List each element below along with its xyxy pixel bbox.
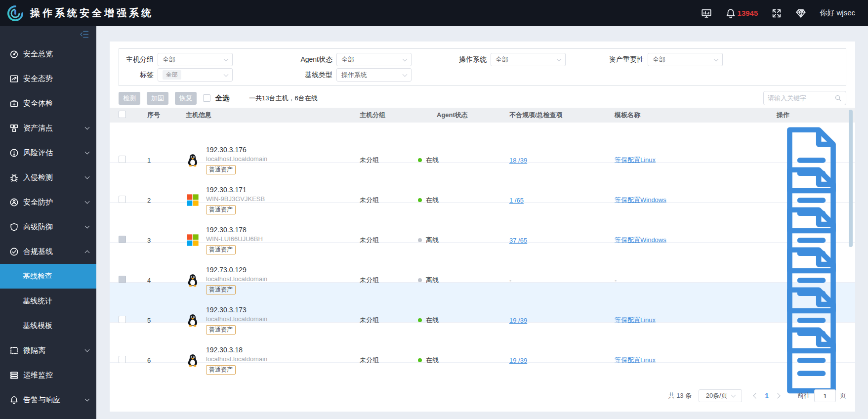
detect-button[interactable]: 检测 [119, 92, 140, 105]
page: { "header": { "title": "操作系统安全增强系统", "al… [0, 0, 868, 419]
agent-status: 在线 [426, 316, 439, 325]
filter-select[interactable]: 全部 [158, 68, 233, 82]
risk-icon [9, 148, 19, 158]
noncompliance-link[interactable]: 19 /39 [509, 317, 527, 324]
sidebar-item-label: 安全总览 [23, 49, 89, 59]
report-doc-icon[interactable] [777, 323, 846, 398]
search-input[interactable] [768, 94, 834, 102]
chevron-down-icon [85, 397, 90, 402]
chevron-down-icon [85, 347, 90, 352]
sidebar-item-label: 合规基线 [23, 247, 85, 256]
toolbar: 检测加固恢复 全选 一共13台主机，6台在线 [119, 91, 846, 105]
noncompliance-link[interactable]: 1 /65 [509, 197, 524, 204]
chevron-down-icon [557, 56, 562, 61]
chevron-down-icon [403, 56, 408, 61]
host-ip: 192.30.3.18 [206, 346, 267, 354]
sidebar-item[interactable]: 安全态势 [0, 66, 96, 91]
fullscreen-icon[interactable] [771, 8, 782, 19]
sidebar-subitem[interactable]: 基线检查 [0, 264, 96, 289]
row-number: 2 [147, 197, 151, 204]
table-body: 1 192.30.3.176 localhost.localdomain 普通资… [110, 123, 855, 363]
filter-label: 基线类型 [291, 71, 332, 80]
filter-item: 资产重要性 全部 [607, 53, 723, 66]
filter-select[interactable]: 操作系统 [336, 68, 412, 82]
sidebar-item[interactable]: 合规基线 [0, 239, 96, 264]
noncompliance-link: - [509, 277, 511, 284]
sidebar-item[interactable]: 安全体检 [0, 91, 96, 116]
bug-icon [9, 173, 19, 182]
sidebar-item[interactable]: 安全总览 [0, 42, 96, 66]
filter-select[interactable]: 全部 [158, 53, 233, 66]
linux-icon [186, 273, 200, 287]
filter-item: 主机分组 全部 [125, 53, 233, 66]
chevron-down-icon [85, 125, 90, 130]
filter-label: 操作系统 [458, 55, 487, 64]
status-dot-icon [418, 278, 422, 282]
harden-button[interactable]: 加固 [147, 92, 168, 105]
current-page[interactable]: 1 [765, 392, 769, 400]
check-circle-icon [9, 247, 19, 256]
goto-page-input[interactable] [814, 389, 836, 402]
agent-status: 离线 [426, 236, 439, 245]
row-checkbox[interactable] [119, 356, 126, 363]
template-link[interactable]: 等保配置Windows [615, 236, 666, 244]
filter-select[interactable]: 全部 [648, 53, 723, 66]
sidebar-item[interactable]: 微隔离 [0, 338, 96, 363]
chevron-down-icon [85, 174, 90, 179]
row-checkbox[interactable] [119, 236, 126, 243]
asset-type-tag: 普通资产 [206, 325, 236, 335]
template-link[interactable]: 等保配置Linux [615, 156, 656, 164]
server-icon [9, 371, 19, 380]
restore-button[interactable]: 恢复 [175, 92, 197, 105]
header-checkbox[interactable] [119, 111, 126, 118]
sidebar-subitem[interactable]: 基线模板 [0, 313, 96, 338]
template-link[interactable]: 等保配置Linux [615, 356, 656, 364]
diamond-icon[interactable] [795, 8, 806, 19]
template-link[interactable]: 等保配置Linux [615, 316, 656, 324]
filter-label: 标签 [125, 71, 154, 80]
agent-status: 在线 [426, 196, 439, 205]
row-number: 1 [147, 157, 151, 164]
notifications[interactable]: 13945 [725, 8, 758, 19]
bell-icon[interactable] [725, 8, 736, 19]
prev-page-icon[interactable] [753, 393, 759, 398]
windows-icon [186, 193, 200, 207]
row-checkbox[interactable] [119, 196, 126, 203]
row-checkbox[interactable] [119, 156, 126, 163]
monitor-icon[interactable] [701, 8, 712, 19]
sidebar-item[interactable]: 入侵检测 [0, 165, 96, 190]
sidebar-item-label: 告警与响应 [23, 395, 85, 405]
goto-label: 前往 [797, 391, 810, 400]
search-box [763, 91, 846, 105]
page-size-select[interactable]: 20条/页 [699, 389, 742, 402]
row-checkbox[interactable] [119, 316, 126, 323]
host-name: localhost.localdomain [206, 155, 267, 163]
sidebar-item[interactable]: 运维监控 [0, 363, 96, 387]
filter-select[interactable]: 全部 [491, 53, 566, 66]
noncompliance-link[interactable]: 19 /39 [509, 357, 527, 364]
sidebar-collapse-icon[interactable] [79, 30, 90, 39]
row-checkbox[interactable] [119, 276, 126, 283]
sidebar-item-label: 安全防护 [23, 198, 85, 207]
sidebar-item[interactable]: 资产清点 [0, 116, 96, 140]
table-scrollbar[interactable] [849, 110, 853, 247]
host-summary: 一共13台主机，6台在线 [249, 94, 318, 103]
noncompliance-link[interactable]: 37 /65 [509, 237, 527, 244]
sidebar-item[interactable]: 风险评估 [0, 140, 96, 165]
host-name: localhost.localdomain [206, 355, 267, 363]
search-icon[interactable] [834, 94, 842, 102]
next-page-icon[interactable] [775, 393, 780, 398]
sidebar-item[interactable]: 告警与响应 [0, 387, 96, 412]
user-greeting[interactable]: 你好 wjsec [820, 8, 855, 18]
chevron-down-icon [85, 150, 90, 155]
sidebar-subitem[interactable]: 基线统计 [0, 289, 96, 313]
filter-select[interactable]: 全部 [336, 53, 412, 66]
asset-type-tag: 普通资产 [206, 245, 236, 254]
sidebar-item[interactable]: 高级防御 [0, 214, 96, 239]
sidebar-item-label: 资产清点 [23, 124, 85, 133]
template-link[interactable]: 等保配置Windows [615, 196, 666, 204]
filter-item: 操作系统 全部 [458, 53, 566, 66]
noncompliance-link[interactable]: 18 /39 [509, 157, 527, 164]
sidebar-item[interactable]: 安全防护 [0, 190, 96, 214]
select-all-checkbox[interactable] [203, 94, 210, 102]
